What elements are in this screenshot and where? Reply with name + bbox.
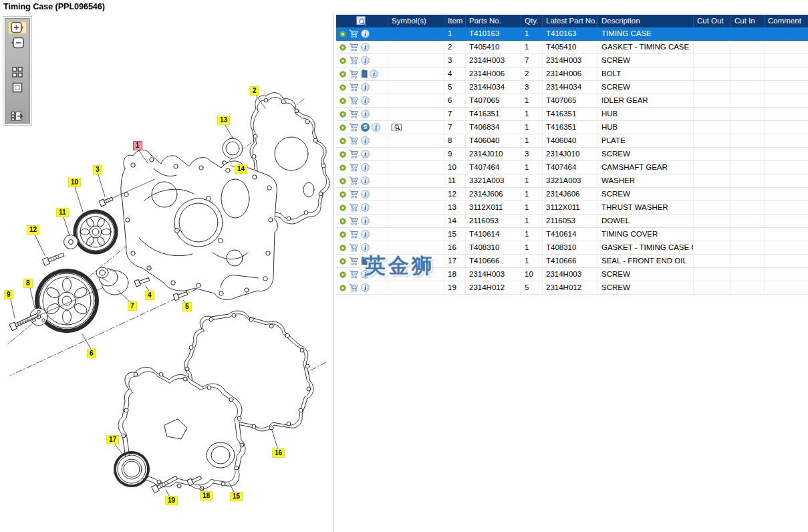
info-icon[interactable]: i bbox=[370, 70, 378, 78]
gear-icon[interactable] bbox=[339, 110, 347, 118]
table-row[interactable]: i 8 T406040 1 T406040 PLATE bbox=[336, 134, 808, 148]
table-row[interactable]: i 13 3112X011 1 3112X011 THRUST WASHER bbox=[336, 201, 808, 215]
gear-icon[interactable] bbox=[339, 271, 347, 279]
add-to-cart-icon[interactable] bbox=[349, 217, 359, 225]
add-to-cart-icon[interactable] bbox=[349, 56, 359, 65]
info-icon[interactable]: i bbox=[361, 243, 370, 252]
gear-icon[interactable] bbox=[339, 137, 347, 145]
gear-icon[interactable] bbox=[339, 190, 347, 198]
gear-icon[interactable] bbox=[339, 70, 347, 78]
add-to-cart-icon[interactable] bbox=[349, 123, 359, 132]
column-header-latest-part-no[interactable]: Latest Part No. bbox=[543, 15, 598, 27]
table-row[interactable]: i 14 2116053 1 2116053 DOWEL bbox=[336, 215, 808, 228]
gear-icon[interactable] bbox=[339, 231, 347, 239]
column-header-comment[interactable]: Comment bbox=[765, 15, 808, 27]
column-header-cut-in[interactable]: Cut In bbox=[731, 15, 765, 27]
info-icon[interactable]: i bbox=[361, 43, 370, 51]
gear-icon[interactable] bbox=[339, 257, 347, 265]
add-to-cart-icon[interactable] bbox=[349, 136, 359, 145]
gear-icon[interactable] bbox=[339, 43, 347, 51]
diagram-callout-7[interactable]: 7 bbox=[128, 302, 136, 310]
gear-icon[interactable] bbox=[339, 97, 347, 105]
add-to-cart-icon[interactable] bbox=[349, 110, 359, 118]
add-to-cart-icon[interactable] bbox=[349, 163, 359, 172]
diagram-callout-1[interactable]: 1 bbox=[134, 142, 142, 150]
table-row[interactable]: i 15 T410614 1 T410614 TIMING COVER bbox=[336, 228, 808, 241]
table-row[interactable]: i 7 T416351 1 T416351 HUB bbox=[336, 108, 808, 121]
column-header-cut-out[interactable]: Cut Out bbox=[694, 15, 731, 27]
book-icon[interactable] bbox=[361, 70, 368, 78]
add-to-cart-icon[interactable] bbox=[349, 29, 359, 38]
gear-icon[interactable] bbox=[339, 164, 347, 172]
diagram-callout-16[interactable]: 16 bbox=[273, 449, 284, 457]
table-row[interactable]: i 4 2314H006 2 2314H006 BOLT bbox=[336, 68, 808, 81]
diagram-callout-10[interactable]: 10 bbox=[69, 178, 80, 186]
tile-view-button[interactable] bbox=[8, 65, 27, 78]
info-icon[interactable]: i bbox=[361, 176, 370, 185]
zoom-in-button[interactable] bbox=[8, 21, 27, 34]
book-magnifier-icon[interactable] bbox=[391, 123, 402, 132]
gear-icon[interactable] bbox=[339, 124, 347, 132]
zoom-out-button[interactable] bbox=[8, 37, 27, 49]
table-row[interactable]: i 12 2314J606 1 2314J606 SCREW bbox=[336, 188, 808, 201]
add-to-cart-icon[interactable] bbox=[349, 243, 359, 252]
add-to-cart-icon[interactable] bbox=[349, 176, 359, 185]
column-header-actions[interactable] bbox=[336, 15, 388, 27]
add-to-cart-icon[interactable] bbox=[349, 83, 359, 92]
diagram-callout-5[interactable]: 5 bbox=[183, 303, 191, 311]
add-to-cart-icon[interactable] bbox=[349, 230, 359, 239]
table-row[interactable]: i 10 T407464 1 T407464 CAMSHAFT GEAR bbox=[336, 161, 808, 174]
diagram-callout-3[interactable]: 3 bbox=[94, 166, 102, 174]
gear-icon[interactable] bbox=[339, 57, 347, 65]
gear-icon[interactable] bbox=[339, 150, 347, 158]
info-icon[interactable]: i bbox=[361, 217, 370, 225]
info-icon[interactable]: i bbox=[361, 110, 370, 118]
info-icon[interactable]: i bbox=[361, 203, 370, 212]
column-header-qty[interactable]: Qty. bbox=[521, 15, 543, 27]
diagram-callout-11[interactable]: 11 bbox=[57, 209, 68, 217]
gear-icon[interactable] bbox=[339, 204, 347, 212]
s-badge-icon[interactable]: S bbox=[361, 123, 370, 132]
diagram-callout-9[interactable]: 9 bbox=[5, 291, 13, 299]
diagram-callout-12[interactable]: 12 bbox=[27, 226, 39, 234]
info-icon[interactable]: i bbox=[361, 96, 370, 105]
column-header-parts-no[interactable]: Parts No. bbox=[466, 15, 521, 27]
diagram-callout-6[interactable]: 6 bbox=[88, 350, 96, 358]
add-to-cart-icon[interactable] bbox=[349, 43, 359, 51]
info-icon[interactable]: i bbox=[372, 123, 380, 132]
add-to-cart-icon[interactable] bbox=[349, 96, 359, 105]
diagram-callout-17[interactable]: 17 bbox=[107, 436, 118, 444]
diagram-callout-19[interactable]: 19 bbox=[166, 497, 177, 505]
table-row[interactable]: i 2 T405410 1 T405410 GASKET - TIMING CA… bbox=[336, 41, 808, 54]
diagram-callout-2[interactable]: 2 bbox=[251, 87, 259, 95]
diagram-callout-14[interactable]: 14 bbox=[235, 165, 247, 173]
add-to-cart-icon[interactable] bbox=[349, 70, 359, 78]
table-row[interactable]: i 5 2314H034 3 2314H034 SCREW bbox=[336, 81, 808, 94]
diagram-callout-8[interactable]: 8 bbox=[24, 279, 32, 287]
gear-icon[interactable] bbox=[339, 244, 347, 252]
diagram-callout-15[interactable]: 15 bbox=[231, 493, 242, 501]
info-icon[interactable]: i bbox=[361, 283, 370, 292]
panel-splitter[interactable] bbox=[333, 13, 333, 532]
export-panel-button[interactable] bbox=[8, 110, 27, 123]
table-row[interactable]: Si 7 T406834 1 T416351 HUB bbox=[336, 121, 808, 134]
table-row[interactable]: i 6 T407065 1 T407065 IDLER GEAR bbox=[336, 94, 808, 108]
table-row[interactable]: i 11 3321A003 1 3321A003 WASHER bbox=[336, 174, 808, 188]
fit-view-button[interactable] bbox=[8, 82, 27, 94]
info-icon[interactable]: i bbox=[361, 29, 370, 38]
add-to-cart-icon[interactable] bbox=[349, 203, 359, 212]
add-to-cart-icon[interactable] bbox=[349, 283, 359, 292]
info-icon[interactable]: i bbox=[361, 230, 370, 239]
table-row[interactable]: i 19 2314H012 5 2314H012 SCREW bbox=[336, 281, 808, 295]
info-icon[interactable]: i bbox=[361, 56, 370, 65]
info-icon[interactable]: i bbox=[361, 150, 370, 158]
add-to-cart-icon[interactable] bbox=[349, 270, 359, 279]
gear-icon[interactable] bbox=[339, 284, 347, 292]
table-row[interactable]: i 3 2314H003 7 2314H003 SCREW bbox=[336, 54, 808, 68]
gear-icon[interactable] bbox=[339, 177, 347, 185]
info-icon[interactable]: i bbox=[361, 163, 370, 172]
column-header-item[interactable]: Item bbox=[444, 15, 466, 27]
gear-icon[interactable] bbox=[339, 84, 347, 92]
info-icon[interactable]: i bbox=[361, 83, 370, 92]
add-to-cart-icon[interactable] bbox=[349, 150, 359, 158]
